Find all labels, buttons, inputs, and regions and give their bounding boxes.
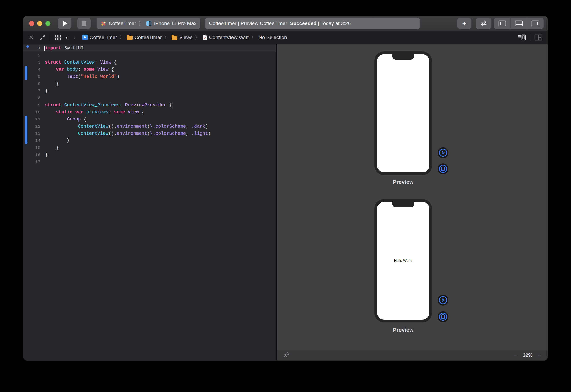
source-editor[interactable]: 1import SwiftUI23struct ContentView: Vie… xyxy=(23,44,276,360)
toolbar-right-group: + xyxy=(457,18,543,29)
jumpbar-right-divider xyxy=(530,34,530,41)
play-icon xyxy=(63,21,67,26)
code-line: 7} xyxy=(23,87,276,94)
close-editor-button[interactable]: ✕ xyxy=(28,34,34,41)
library-add-button[interactable]: + xyxy=(457,18,471,29)
scheme-project-label: CoffeeTimer xyxy=(109,20,136,26)
add-editor-button[interactable] xyxy=(534,34,542,41)
toggle-debug-area-button[interactable] xyxy=(511,18,527,29)
zoom-window-button[interactable] xyxy=(45,21,50,26)
go-forward-button[interactable]: › xyxy=(74,34,76,41)
code-line: 8 xyxy=(23,94,276,101)
stop-button[interactable] xyxy=(77,18,91,29)
code-line: 16} xyxy=(23,151,276,158)
code-text: } xyxy=(45,88,47,94)
zoom-level: 32% xyxy=(523,352,532,358)
code-text: import SwiftUI xyxy=(45,46,84,51)
live-preview-button-1[interactable] xyxy=(437,147,449,158)
preview-screen-2-text: Hello World xyxy=(394,259,412,263)
play-preview-icon xyxy=(438,148,448,157)
zoom-in-button[interactable]: + xyxy=(538,352,542,358)
close-icon: ✕ xyxy=(29,34,34,41)
preview-caption-2: Preview xyxy=(374,327,432,333)
left-panel-icon xyxy=(498,20,506,26)
code-text: Text("Hello World") xyxy=(45,74,120,79)
code-line: 5 Text("Hello World") xyxy=(23,73,276,80)
line-number[interactable]: 3 xyxy=(23,60,40,65)
breadcrumb-label: CoffeeTimer xyxy=(90,35,117,40)
run-button[interactable] xyxy=(58,18,71,29)
breadcrumb-label: CoffeeTimer xyxy=(135,35,162,40)
scheme-selector[interactable]: CoffeeTimer 〉 iPhone 11 Pro Max xyxy=(97,18,200,29)
chevron-right-icon: › xyxy=(74,34,76,41)
panel-toggles xyxy=(494,18,543,29)
breadcrumb-separator: 〉 xyxy=(195,34,200,41)
code-area[interactable]: 1import SwiftUI23struct ContentView: Vie… xyxy=(23,44,276,360)
code-line: 11 Group { xyxy=(23,116,276,123)
device-notch xyxy=(392,202,414,207)
line-number[interactable]: 2 xyxy=(23,53,40,58)
toggle-navigator-button[interactable] xyxy=(494,18,511,29)
change-bar[interactable] xyxy=(25,116,28,144)
line-number[interactable]: 8 xyxy=(23,96,40,100)
code-text: struct ContentView: View { xyxy=(45,60,117,65)
code-line: 9struct ContentView_Previews: PreviewPro… xyxy=(23,101,276,109)
breadcrumb-separator: 〉 xyxy=(164,34,169,41)
code-text: var body: some View { xyxy=(45,67,114,72)
minimize-window-button[interactable] xyxy=(37,21,42,26)
run-destination-icon xyxy=(146,20,152,26)
jumpbar-right-group xyxy=(517,34,542,41)
status-text: CoffeeTimer | Preview CoffeeTimer: Succe… xyxy=(209,20,351,26)
line-number[interactable]: 7 xyxy=(23,88,40,93)
close-window-button[interactable] xyxy=(29,21,34,26)
line-number[interactable]: 1 xyxy=(23,46,40,51)
editor-and-canvas: 1import SwiftUI23struct ContentView: Vie… xyxy=(23,44,548,360)
play-preview-icon xyxy=(438,295,448,305)
breadcrumb-item[interactable]: CoffeeTimer xyxy=(127,35,162,40)
line-number[interactable]: 6 xyxy=(23,81,40,86)
pin-preview-button[interactable] xyxy=(283,351,290,359)
scheme-separator: 〉 xyxy=(139,20,144,27)
activity-status-bar[interactable]: CoffeeTimer | Preview CoffeeTimer: Succe… xyxy=(205,18,420,29)
toggle-inspectors-button[interactable] xyxy=(527,18,543,29)
code-text: struct ContentView_Previews: PreviewProv… xyxy=(45,102,172,108)
folder-icon xyxy=(127,36,133,40)
live-preview-button-2[interactable] xyxy=(437,295,449,306)
breadcrumb-separator: 〉 xyxy=(251,34,256,41)
editor-options-button[interactable] xyxy=(517,34,526,41)
breadcrumb-item[interactable]: Views xyxy=(172,35,193,40)
line-number[interactable]: 15 xyxy=(23,145,40,150)
right-panel-icon xyxy=(531,20,539,26)
related-items-grid-icon xyxy=(54,34,61,41)
breadcrumb-item[interactable]: ACoffeeTimer xyxy=(82,35,117,40)
preview-on-device-button-2[interactable] xyxy=(437,311,449,322)
zoom-out-button[interactable]: − xyxy=(514,352,518,358)
preview-device-1 xyxy=(374,52,432,175)
code-line: 4 var body: some View { xyxy=(23,66,276,73)
go-back-button[interactable]: ‹ xyxy=(66,34,68,41)
line-number[interactable]: 10 xyxy=(23,110,40,115)
minimize-editor-button[interactable] xyxy=(39,34,46,41)
line-number[interactable]: 9 xyxy=(23,103,40,108)
preview-on-device-button-1[interactable] xyxy=(437,163,449,174)
collapse-arrows-icon xyxy=(39,34,46,41)
device-notch xyxy=(392,54,414,60)
breadcrumb-item[interactable]: ContentView.swift xyxy=(202,34,249,40)
toolbar: CoffeeTimer 〉 iPhone 11 Pro Max CoffeeTi… xyxy=(23,16,548,31)
zoom-controls: − 32% + xyxy=(514,352,542,358)
swap-arrows-icon xyxy=(480,20,488,27)
code-review-button[interactable] xyxy=(476,18,491,29)
code-text: } xyxy=(45,138,70,143)
related-items-button[interactable] xyxy=(54,34,61,41)
code-line: 12 ContentView().environment(\.colorSche… xyxy=(23,123,276,130)
code-line: 3struct ContentView: View { xyxy=(23,59,276,66)
code-text: static var previews: some View { xyxy=(45,110,144,115)
code-text: Group { xyxy=(45,117,86,122)
scheme-destination-label: iPhone 11 Pro Max xyxy=(154,20,196,26)
swift-file-icon xyxy=(202,34,207,40)
plus-icon: + xyxy=(462,19,466,28)
breadcrumb-item[interactable]: No Selection xyxy=(258,35,287,40)
line-number[interactable]: 17 xyxy=(23,160,40,164)
change-bar[interactable] xyxy=(25,66,28,80)
line-number[interactable]: 16 xyxy=(23,153,40,157)
